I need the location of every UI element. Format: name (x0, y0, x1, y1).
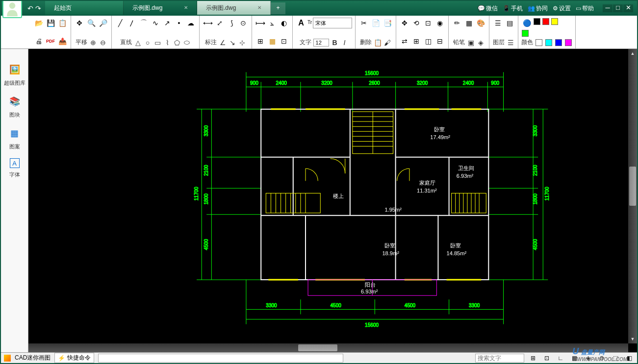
pan-icon[interactable]: ✥ (74, 18, 85, 28)
tab-start[interactable]: 起始页 (45, 1, 124, 15)
zoom-area-icon[interactable]: ⊕ (89, 39, 97, 47)
linear-dim-icon[interactable]: ⟼ (255, 18, 266, 28)
wechat-link[interactable]: 💬微信 (478, 4, 498, 13)
zoom-out-icon[interactable]: 🔍 (86, 18, 97, 28)
move-icon[interactable]: ✥ (399, 18, 410, 28)
open-icon[interactable]: 📂 (33, 18, 44, 28)
italic-button[interactable]: I (341, 39, 349, 47)
nav-back-icon[interactable]: ↶ (27, 4, 33, 12)
region-icon[interactable]: ▣ (467, 39, 475, 47)
hscrollbar[interactable] (28, 343, 628, 352)
pattern-icon[interactable]: ▦ (8, 126, 22, 140)
array-icon[interactable]: ⊞ (411, 36, 422, 47)
close-icon[interactable]: ✕ (257, 1, 261, 15)
bold-button[interactable]: B (331, 39, 339, 47)
tab-file-2[interactable]: 示例图.dwg✕ (197, 1, 271, 15)
stat-icon[interactable]: ⊞ (528, 355, 538, 362)
search-input[interactable] (475, 354, 524, 363)
colorwheel-icon[interactable]: 🔵 (521, 18, 532, 28)
nav-fwd-icon[interactable]: ↷ (35, 4, 41, 12)
rect-icon[interactable]: ▭ (153, 39, 161, 47)
drawing-canvas[interactable]: 15600 900 2400 3200 2600 3200 2400 900 1… (28, 49, 637, 352)
mirror-icon[interactable]: ⇄ (399, 36, 410, 47)
line-icon[interactable]: ╱ (115, 18, 126, 28)
minimize-button[interactable]: ─ (603, 4, 612, 12)
angle-dim-icon[interactable]: ⦛ (267, 18, 278, 28)
dim-radius-icon[interactable]: ⊙ (238, 18, 249, 28)
save-icon[interactable]: 💾 (45, 18, 56, 28)
help-link[interactable]: ▭帮助 (576, 4, 594, 13)
command-input[interactable] (98, 354, 343, 363)
continue-icon[interactable]: ⊞ (255, 36, 266, 47)
layers-icon[interactable]: ▤ (504, 18, 515, 28)
ellipse-icon[interactable]: ⬭ (183, 39, 191, 47)
user-avatar[interactable] (2, 0, 22, 18)
trim-icon[interactable]: ◉ (434, 18, 445, 28)
hatch-icon[interactable]: ▦ (463, 18, 474, 28)
font-size-select[interactable] (313, 39, 329, 47)
gallery-icon[interactable]: 🖼️ (8, 63, 22, 76)
tolerance-icon[interactable]: ⊡ (279, 36, 289, 47)
dim-leader-icon[interactable]: ↘ (229, 39, 236, 47)
spline-icon[interactable]: ∿ (150, 18, 161, 28)
copy-icon[interactable]: 📑 (382, 18, 393, 28)
fill-icon[interactable]: 🎨 (475, 18, 486, 28)
erase-icon[interactable]: ✂ (358, 18, 369, 28)
linetype-icon[interactable]: ☰ (507, 39, 514, 47)
vscrollbar[interactable]: ▲▼ (628, 49, 637, 343)
mobile-link[interactable]: 📱手机 (503, 4, 523, 13)
arc-icon[interactable]: ⌒ (138, 18, 149, 28)
dim-linear-icon[interactable]: ⟷ (203, 18, 213, 28)
swatch[interactable] (551, 18, 558, 25)
text-icon[interactable]: A (296, 18, 306, 28)
rotate-icon[interactable]: ⟲ (411, 18, 422, 28)
cut-icon[interactable]: 📄 (370, 18, 381, 28)
close-icon[interactable]: ✕ (184, 1, 188, 15)
swatch[interactable] (542, 18, 549, 25)
radius-dim-icon[interactable]: ◐ (279, 18, 289, 28)
zoom-fit-icon[interactable]: ⊖ (99, 39, 107, 47)
dim-coord-icon[interactable]: ⊹ (238, 39, 246, 47)
swatch[interactable] (534, 18, 540, 25)
polyline2-icon[interactable]: ⌇ (163, 39, 171, 47)
tab-file-1[interactable]: 示例图.dwg✕ (124, 1, 197, 15)
quick-cmd-button[interactable]: ⚡快捷命令 (54, 353, 94, 363)
polygon-icon[interactable]: ⬠ (173, 39, 181, 47)
scale-icon[interactable]: ◫ (423, 36, 434, 47)
pencil-icon[interactable]: ✏ (452, 18, 462, 28)
rev-icon[interactable]: ☁ (185, 18, 196, 28)
boundary-icon[interactable]: ◈ (477, 39, 485, 47)
offset-icon[interactable]: ⊡ (423, 18, 434, 28)
layer-icon[interactable]: ☰ (492, 18, 503, 28)
baseline-icon[interactable]: ▦ (267, 36, 278, 47)
ray-icon[interactable]: ↗ (162, 18, 173, 28)
match-icon[interactable]: 🖌 (383, 39, 391, 47)
swatch[interactable] (555, 39, 562, 46)
zoom-in-icon[interactable]: 🔎 (98, 18, 108, 28)
dot-icon[interactable]: • (174, 18, 184, 28)
settings-link[interactable]: ⚙设置 (553, 4, 571, 13)
swatch[interactable] (565, 39, 572, 46)
triangle-icon[interactable]: △ (134, 39, 142, 47)
font-name-select[interactable] (313, 18, 352, 28)
stat-icon[interactable]: ∟ (556, 355, 565, 362)
swatch[interactable] (522, 30, 529, 37)
collab-link[interactable]: 👥协同 (528, 4, 548, 13)
saveas-icon[interactable]: 📋 (57, 18, 68, 28)
maximize-button[interactable]: □ (613, 4, 623, 12)
new-tab-button[interactable]: + (271, 2, 285, 14)
extend-icon[interactable]: ⊟ (434, 36, 445, 47)
dim-angle-icon[interactable]: ∠ (219, 39, 227, 47)
stat-icon[interactable]: ⊡ (542, 355, 552, 362)
export-icon[interactable]: 📤 (57, 36, 68, 47)
circle-icon[interactable]: ○ (144, 39, 152, 47)
swatch[interactable] (545, 39, 552, 46)
pdf-icon[interactable]: PDF (45, 36, 56, 47)
polyline-icon[interactable]: 〳 (127, 18, 137, 28)
swatch[interactable] (536, 39, 542, 46)
print-icon[interactable]: 🖨 (33, 36, 44, 47)
dim-arc-icon[interactable]: ⟆ (226, 18, 237, 28)
close-button[interactable]: ✕ (623, 4, 633, 12)
dim-aligned-icon[interactable]: ⤢ (214, 18, 225, 28)
blocks-icon[interactable]: 📚 (8, 95, 22, 108)
